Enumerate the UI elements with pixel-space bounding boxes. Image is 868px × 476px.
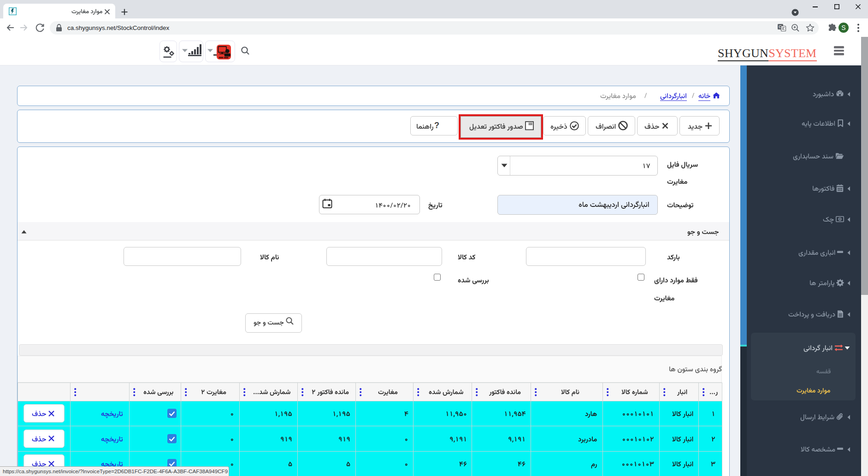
svg-text:S: S <box>841 24 845 31</box>
